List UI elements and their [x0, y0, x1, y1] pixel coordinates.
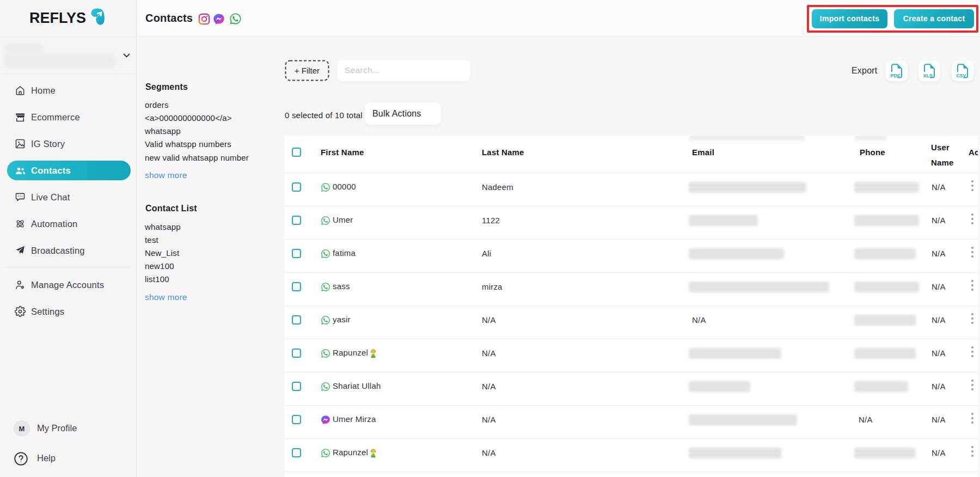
- svg-text:XLS: XLS: [923, 73, 933, 78]
- svg-text:CSV: CSV: [957, 73, 966, 78]
- svg-text:PDF: PDF: [891, 73, 901, 78]
